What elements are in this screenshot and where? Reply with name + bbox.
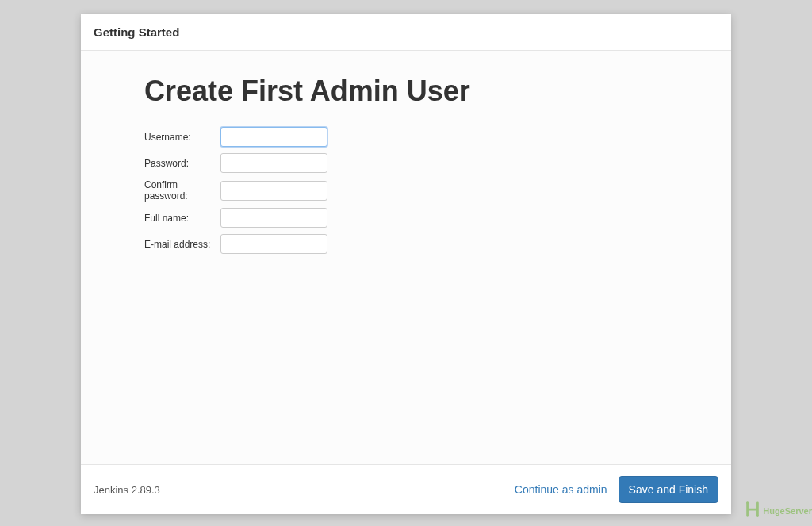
- modal-footer: Jenkins 2.89.3 Continue as admin Save an…: [81, 464, 731, 514]
- save-and-finish-button[interactable]: Save and Finish: [619, 476, 718, 503]
- form-row-email: E-mail address:: [144, 234, 668, 254]
- password-label: Password:: [144, 158, 220, 169]
- svg-point-1: [756, 515, 759, 517]
- username-field[interactable]: [220, 127, 327, 147]
- username-label: Username:: [144, 132, 220, 143]
- password-field[interactable]: [220, 153, 327, 173]
- footer-buttons: Continue as admin Save and Finish: [515, 476, 718, 503]
- confirm-password-label: Confirm password:: [144, 179, 220, 202]
- form-row-username: Username:: [144, 127, 668, 147]
- form-row-password: Password:: [144, 153, 668, 173]
- form-row-fullname: Full name:: [144, 208, 668, 228]
- modal-header: Getting Started: [81, 14, 731, 51]
- email-field[interactable]: [220, 234, 327, 254]
- watermark-text: HugeServer: [763, 506, 812, 516]
- version-label: Jenkins 2.89.3: [94, 484, 160, 496]
- email-label: E-mail address:: [144, 239, 220, 250]
- fullname-field[interactable]: [220, 208, 327, 228]
- form-row-confirm-password: Confirm password:: [144, 179, 668, 202]
- fullname-label: Full name:: [144, 213, 220, 224]
- watermark: HugeServer: [744, 501, 812, 521]
- page-title: Create First Admin User: [144, 75, 668, 108]
- continue-as-admin-button[interactable]: Continue as admin: [515, 483, 607, 496]
- modal-body: Create First Admin User Username: Passwo…: [81, 51, 731, 464]
- modal-title: Getting Started: [94, 25, 718, 39]
- confirm-password-field[interactable]: [220, 181, 327, 201]
- hugeserver-logo-icon: [744, 501, 761, 521]
- svg-point-0: [746, 501, 749, 504]
- setup-modal: Getting Started Create First Admin User …: [81, 14, 731, 514]
